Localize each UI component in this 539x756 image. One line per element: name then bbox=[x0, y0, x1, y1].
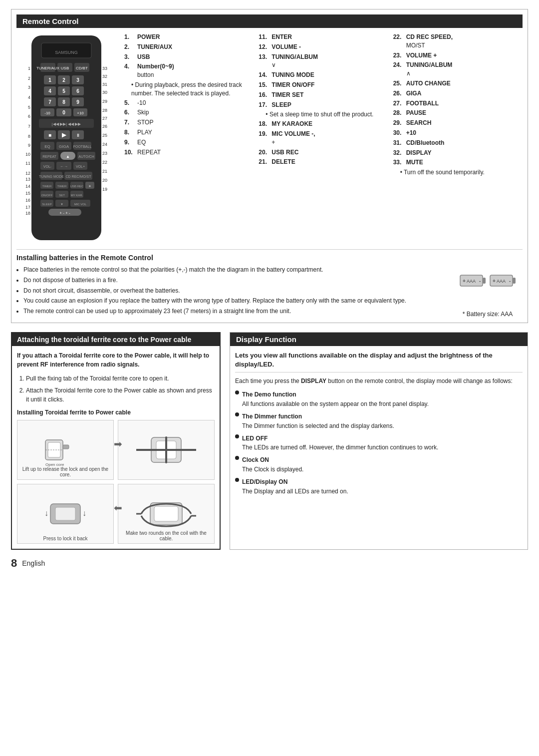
battery-bullet: You could cause an explosion if you repl… bbox=[23, 297, 445, 305]
toroidal-images: Open core ➡ Lift up to release the lock … bbox=[17, 420, 215, 544]
list-item: 22.CD REC SPEED,MO/ST bbox=[393, 33, 523, 50]
svg-text:13: 13 bbox=[25, 177, 30, 182]
svg-text:+10: +10 bbox=[77, 111, 84, 115]
toroidal-section: Attaching the toroidal ferrite core to t… bbox=[11, 332, 221, 550]
func-row: LED OFF bbox=[235, 434, 523, 443]
toroidal-step: Pull the fixing tab of the Toroidal ferr… bbox=[26, 374, 215, 383]
svg-text:TIMER: TIMER bbox=[42, 185, 52, 188]
svg-text:23: 23 bbox=[102, 151, 107, 156]
svg-text:15: 15 bbox=[25, 191, 30, 196]
list-item: 30.+10 bbox=[393, 129, 523, 137]
toroidal-steps: Pull the fixing tab of the Toroidal ferr… bbox=[17, 374, 215, 404]
svg-text:■: ■ bbox=[48, 132, 51, 138]
svg-text:●: ● bbox=[89, 184, 91, 188]
svg-text:+ - + -: + - + - bbox=[59, 211, 70, 215]
svg-text:TUNING MODE: TUNING MODE bbox=[39, 175, 64, 178]
list-item: 28.PAUSE bbox=[393, 109, 523, 117]
svg-text:17: 17 bbox=[25, 205, 30, 210]
list-item: 20.USB REC bbox=[259, 148, 388, 157]
svg-text:-: - bbox=[479, 278, 481, 284]
svg-text:4: 4 bbox=[28, 95, 30, 100]
toroidal-label-3: Press to lock it back bbox=[19, 536, 111, 541]
svg-text:CD REC/MO/ST: CD REC/MO/ST bbox=[66, 175, 92, 178]
svg-text:←→: ←→ bbox=[60, 164, 68, 169]
svg-text:-: - bbox=[509, 278, 511, 284]
func-row: LED/Display ON bbox=[235, 478, 523, 486]
page-language: English bbox=[22, 559, 45, 567]
list-item: 29.SEARCH bbox=[393, 119, 523, 127]
svg-text:VOL-: VOL- bbox=[43, 165, 52, 168]
svg-text:CD/BT: CD/BT bbox=[76, 66, 88, 70]
svg-text:EQ: EQ bbox=[44, 144, 50, 149]
battery-bullet: The remote control can be used up to app… bbox=[23, 307, 445, 316]
svg-text:TUNER/AUX: TUNER/AUX bbox=[36, 66, 60, 70]
svg-text:5: 5 bbox=[28, 105, 30, 110]
svg-rect-119 bbox=[483, 278, 486, 284]
list-item: 8.PLAY bbox=[124, 128, 254, 137]
svg-text:3: 3 bbox=[76, 77, 79, 83]
list-item: 31.CD/Bluetooth bbox=[393, 139, 523, 147]
list-item: 4.Number(0~9)button bbox=[124, 62, 254, 79]
svg-text:4: 4 bbox=[48, 88, 51, 94]
batteries-title: Installing batteries in the Remote Contr… bbox=[16, 254, 523, 262]
list-item: 9.EQ bbox=[124, 138, 254, 147]
svg-text:24: 24 bbox=[102, 142, 107, 147]
list-item: 21.DELETE bbox=[259, 158, 388, 166]
svg-text:REPEAT: REPEAT bbox=[42, 155, 56, 158]
list-item: 32.DISPLAY bbox=[393, 149, 523, 157]
sub-bullet: Set a sleep time to shut off the product… bbox=[266, 110, 388, 119]
func-title: LED OFF bbox=[242, 434, 268, 443]
func-title: LED/Display ON bbox=[242, 478, 287, 486]
page-number: 8 bbox=[11, 557, 17, 570]
list-item: 24.TUNING/ALBUM∧ bbox=[393, 61, 523, 78]
toroidal-img-cable bbox=[118, 420, 215, 480]
numbered-lists: 1.POWER 2.TUNER/AUX 3.USB 4.Number(0~9)b… bbox=[124, 33, 523, 244]
display-function-item: Clock ON The Clock is displayed. bbox=[235, 456, 523, 474]
svg-text:9: 9 bbox=[28, 143, 30, 148]
toroidal-label-4: Make two rounds on the coil with the cab… bbox=[120, 530, 212, 541]
list-item: 6.Skip bbox=[124, 108, 254, 117]
list-item: 17.SLEEP bbox=[259, 101, 388, 109]
list-item: 12.VOLUME - bbox=[259, 43, 388, 51]
display-function-item: The Demo function All functions availabl… bbox=[235, 390, 523, 408]
list-col-1: 1.POWER 2.TUNER/AUX 3.USB 4.Number(0~9)b… bbox=[124, 33, 254, 244]
svg-text:7: 7 bbox=[28, 124, 30, 129]
remote-image: SAMSUNG TUNER/AUX USB CD/BT 1 2 3 bbox=[16, 33, 116, 243]
list-item: 5.-10 bbox=[124, 99, 254, 107]
display-section: Display Function Lets you view all funct… bbox=[230, 332, 528, 550]
svg-text:SAMSUNG: SAMSUNG bbox=[55, 50, 78, 55]
svg-text:5: 5 bbox=[62, 88, 65, 94]
batteries-section: Installing batteries in the Remote Contr… bbox=[16, 249, 523, 318]
func-title: The Dimmer function bbox=[242, 412, 302, 421]
display-subtitle: Lets you view all functions available on… bbox=[235, 351, 523, 373]
svg-text:|◀◀ ▶▶| ◀◀ ▶▶: |◀◀ ▶▶| ◀◀ ▶▶ bbox=[52, 122, 82, 126]
remote-control-section: Remote Control SAMSUNG TUNER/AUX USB CD/… bbox=[11, 9, 528, 323]
svg-rect-138 bbox=[55, 507, 75, 520]
svg-text:3: 3 bbox=[28, 85, 30, 90]
func-desc: The Clock is displayed. bbox=[242, 465, 523, 474]
list-item: 1.POWER bbox=[124, 33, 254, 41]
display-function-item: The Dimmer function The Dimmer function … bbox=[235, 412, 523, 430]
svg-text:USB REC: USB REC bbox=[70, 185, 84, 188]
list-col-2: 11.ENTER 12.VOLUME - 13.TUNING/ALBUM∨ 14… bbox=[259, 33, 388, 244]
svg-text:AUTO/CH: AUTO/CH bbox=[78, 155, 94, 158]
svg-text:+: + bbox=[463, 278, 466, 284]
display-function-item: LED/Display ON The Display and all LEDs … bbox=[235, 478, 523, 496]
toroidal-install-title: Installing Toroidal ferrite to Power cab… bbox=[17, 409, 215, 416]
svg-text:9: 9 bbox=[76, 99, 79, 105]
list-item: 10.REPEAT bbox=[124, 148, 254, 157]
remote-control-title: Remote Control bbox=[16, 14, 523, 28]
svg-text:16: 16 bbox=[25, 198, 30, 203]
svg-text:FOOTBALL: FOOTBALL bbox=[73, 145, 92, 148]
svg-text:USB: USB bbox=[61, 66, 69, 70]
svg-text:21: 21 bbox=[102, 169, 107, 174]
svg-text:20: 20 bbox=[102, 178, 107, 183]
svg-text:TIMER: TIMER bbox=[57, 185, 67, 188]
svg-text:↓: ↓ bbox=[44, 509, 48, 517]
bottom-sections: Attaching the toroidal ferrite core to t… bbox=[11, 332, 528, 550]
svg-text:6: 6 bbox=[28, 114, 30, 119]
svg-text:GIGA: GIGA bbox=[59, 144, 69, 149]
svg-text:27: 27 bbox=[102, 116, 107, 121]
svg-text:6: 6 bbox=[76, 88, 79, 94]
remote-image-area: SAMSUNG TUNER/AUX USB CD/BT 1 2 3 bbox=[16, 33, 116, 244]
